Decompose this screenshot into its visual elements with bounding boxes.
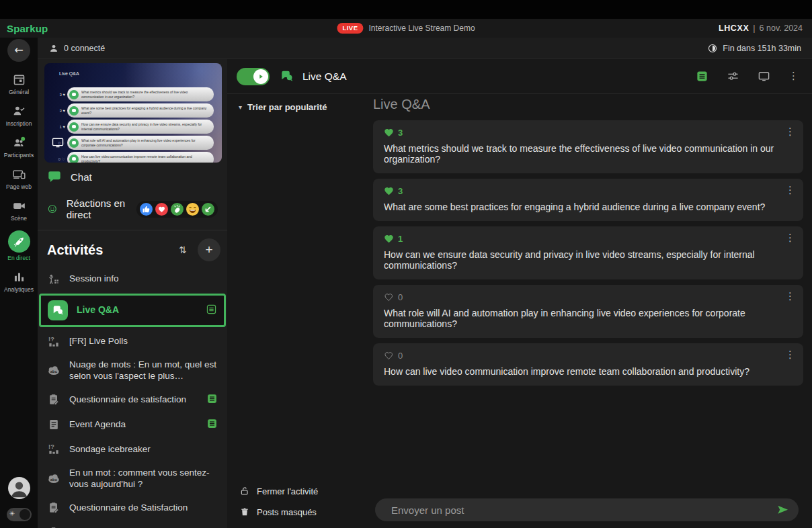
reaction-emojis: [136, 201, 218, 218]
stage-preview[interactable]: Live Q&A 3 ♥ What metrics should we trac…: [44, 63, 222, 163]
theme-toggle[interactable]: ☀: [7, 508, 32, 521]
lock-open-icon: [239, 486, 250, 496]
close-activity-button[interactable]: Fermer l'activité: [239, 486, 318, 496]
divider: [38, 230, 227, 230]
post-options-icon[interactable]: ⋮: [785, 127, 795, 137]
avatar-silhouette: [8, 477, 30, 499]
people-icon: [12, 136, 26, 150]
qa-post[interactable]: 1 How can we ensure data security and pr…: [373, 226, 803, 279]
user-avatar[interactable]: [8, 477, 30, 499]
heart-icon[interactable]: [155, 203, 168, 216]
sidebar-item-general[interactable]: Général: [0, 73, 38, 95]
preview-question: 1 ♥ How can we ensure data security and …: [54, 120, 214, 134]
qa-title: Live Q&A: [302, 71, 346, 83]
vote-button[interactable]: 0: [384, 351, 783, 361]
vote-button[interactable]: 1: [384, 234, 783, 244]
back-arrow-icon: ←: [14, 44, 23, 56]
heart-outline-icon: [384, 351, 394, 361]
preview-question: 3 ♥ What are some best practices for eng…: [54, 103, 214, 118]
qa-main-panel: Live Q&A ⋮ ▾ Trier par popularité Live Q…: [227, 59, 812, 528]
post-options-icon[interactable]: ⋮: [785, 292, 795, 302]
laughing-face-icon[interactable]: [186, 203, 199, 216]
vote-button[interactable]: 0: [384, 292, 783, 302]
sidebar-item-analytiques[interactable]: Analytiques: [0, 270, 38, 293]
chat-bubble-icon: [47, 169, 62, 184]
session-code: LHCXX: [719, 24, 749, 33]
post-options-icon[interactable]: ⋮: [785, 350, 795, 360]
activity-questionnaire-2[interactable]: Questionnaire de Satisfaction: [38, 496, 227, 521]
toggle-knob: [253, 69, 268, 84]
sort-dropdown[interactable]: ▾ Trier par popularité: [239, 102, 327, 112]
main-sidebar: ← Général Inscription Participants Page …: [0, 38, 38, 528]
sidebar-item-page-web[interactable]: Page web: [0, 167, 38, 190]
qa-post[interactable]: 3 What metrics should we track to measur…: [373, 120, 803, 173]
caret-down-icon: ▾: [239, 103, 242, 111]
post-options-icon[interactable]: ⋮: [785, 233, 795, 243]
activity-live-polls[interactable]: [FR] Live Polls: [38, 329, 227, 354]
thumbs-up-icon[interactable]: [140, 203, 153, 216]
connected-count: 0 connecté: [64, 44, 105, 53]
devices-icon: [12, 167, 26, 181]
sidebar-item-en-direct[interactable]: En direct: [0, 230, 38, 261]
post-text: How can live video communication improve…: [384, 366, 783, 377]
post-input[interactable]: [391, 504, 776, 516]
sparkup-logo: Sparkup: [7, 23, 48, 34]
qa-post[interactable]: 0 How can live video communication impro…: [373, 343, 803, 386]
top-black-strip: [0, 0, 812, 19]
vote-button[interactable]: 3: [384, 128, 783, 138]
app-bar: Sparkup LIVE Interactive Live Stream Dem…: [0, 19, 812, 38]
play-icon: [256, 72, 266, 81]
post-text: What are some best practices for engagin…: [384, 202, 783, 212]
sidebar-item-inscription[interactable]: Inscription: [0, 104, 38, 127]
arrow-down-left-icon[interactable]: [202, 203, 214, 216]
present-monitor-icon[interactable]: [758, 70, 770, 83]
preview-question-list: 3 ♥ What metrics should we track to meas…: [54, 87, 214, 163]
session-date: 6 nov. 2024: [760, 24, 803, 33]
heart-filled-icon: [384, 186, 394, 196]
settings-sliders-icon[interactable]: [727, 70, 739, 83]
app-window: Sparkup LIVE Interactive Live Stream Dem…: [0, 0, 812, 528]
more-options-icon[interactable]: ⋮: [788, 71, 799, 81]
qa-post[interactable]: 3 What are some best practices for engag…: [373, 179, 803, 221]
activity-live-toggle[interactable]: [237, 68, 270, 85]
sidebar-item-scene[interactable]: Scène: [0, 199, 38, 222]
activity-word-cloud-2[interactable]: En un mot : comment vous sentez-vous auj…: [38, 462, 227, 496]
vote-button[interactable]: 3: [384, 186, 783, 196]
person-icon: [48, 43, 59, 54]
feed-view-icon[interactable]: [696, 70, 708, 83]
activity-sondage-icebreaker[interactable]: Sondage icebreaker: [38, 437, 227, 462]
clap-icon[interactable]: [171, 203, 184, 216]
preview-question: 3 ♥ What metrics should we track to meas…: [54, 87, 214, 101]
mini-chat-icon: [69, 138, 79, 148]
send-button[interactable]: [776, 504, 789, 517]
trash-icon: [239, 507, 250, 517]
activity-word-cloud-1[interactable]: Nuage de mots : En un mot, quel est selo…: [38, 354, 227, 388]
calendar-icon: [12, 73, 26, 87]
qa-header-actions: ⋮: [696, 70, 799, 83]
add-activity-button[interactable]: +: [198, 238, 220, 261]
activities-header: Activités ⇅ +: [38, 232, 227, 267]
back-button[interactable]: ←: [7, 39, 30, 62]
post-composer: [375, 498, 799, 521]
post-options-icon[interactable]: ⋮: [785, 185, 795, 195]
activities-title: Activités: [47, 243, 103, 258]
activity-session-info[interactable]: Session info: [38, 267, 227, 292]
activity-event-agenda[interactable]: Event Agenda: [38, 412, 227, 437]
reorder-icon[interactable]: ⇅: [179, 245, 187, 255]
qa-bubbles-icon: [48, 300, 68, 320]
qa-footer-links: Fermer l'activité Posts masqués: [239, 486, 318, 517]
activity-quiz[interactable]: Quiz: [38, 521, 227, 528]
activity-live-qa[interactable]: Live Q&A: [39, 294, 226, 327]
rocket-icon: [8, 230, 30, 253]
sidebar-bottom: ☀: [7, 477, 32, 521]
ends-in-label: Fin dans 151h 33min: [723, 44, 801, 53]
qa-post[interactable]: 0 What role will AI and automation play …: [373, 285, 803, 338]
reactions-row[interactable]: Réactions en direct: [38, 191, 227, 227]
sidebar-item-participants[interactable]: Participants: [0, 136, 38, 159]
stream-header: LIVE Interactive Live Stream Demo: [337, 23, 475, 34]
post-text: What role will AI and automation play in…: [384, 308, 783, 329]
activity-questionnaire-1[interactable]: Questionnaire de satisfaction: [38, 388, 227, 412]
hidden-posts-button[interactable]: Posts masqués: [239, 507, 318, 517]
chat-row[interactable]: Chat: [38, 163, 227, 191]
poll-icon: [47, 443, 60, 456]
